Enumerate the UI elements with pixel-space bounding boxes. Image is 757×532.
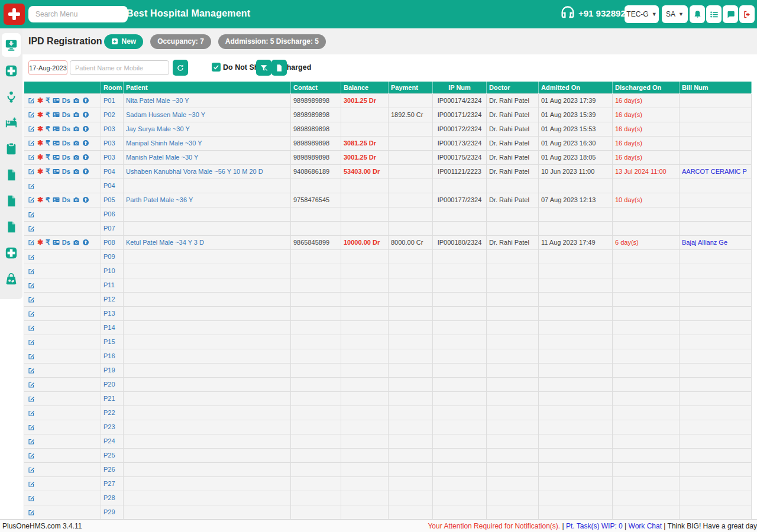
room-cell[interactable]: P04 bbox=[101, 179, 124, 193]
sidebar-item-document-1[interactable] bbox=[2, 163, 21, 187]
edit-icon[interactable] bbox=[28, 381, 35, 388]
discharge-summary-icon[interactable]: Ds bbox=[62, 154, 70, 161]
room-cell[interactable]: P07 bbox=[101, 221, 124, 235]
patient-cell[interactable] bbox=[124, 505, 291, 519]
patient-cell[interactable] bbox=[124, 434, 291, 448]
patient-cell[interactable] bbox=[124, 249, 291, 264]
edit-icon[interactable] bbox=[28, 111, 35, 118]
room-cell[interactable]: P23 bbox=[101, 420, 124, 434]
upload-icon[interactable] bbox=[82, 154, 89, 161]
upload-icon[interactable] bbox=[82, 125, 89, 132]
edit-icon[interactable] bbox=[28, 339, 35, 346]
sidebar-item-hospital-plus[interactable] bbox=[2, 241, 21, 265]
billing-icon[interactable]: ₹ bbox=[46, 96, 50, 105]
room-cell[interactable]: P27 bbox=[101, 476, 124, 491]
sidebar-item-registration-desk[interactable] bbox=[2, 33, 21, 57]
room-cell[interactable]: P28 bbox=[101, 491, 124, 505]
discharge-summary-icon[interactable]: Ds bbox=[62, 125, 70, 132]
room-cell[interactable]: P05 bbox=[101, 193, 124, 207]
upload-icon[interactable] bbox=[82, 97, 89, 104]
logout-button[interactable] bbox=[739, 5, 755, 23]
sidebar-item-document-2[interactable] bbox=[2, 189, 21, 213]
sidebar-item-pharmacy[interactable] bbox=[2, 267, 21, 291]
id-card-icon[interactable] bbox=[53, 97, 60, 104]
id-card-icon[interactable] bbox=[53, 111, 60, 118]
room-cell[interactable]: P03 bbox=[101, 150, 124, 164]
room-cell[interactable]: P06 bbox=[101, 207, 124, 221]
app-logo[interactable] bbox=[4, 4, 25, 25]
patient-cell[interactable] bbox=[124, 420, 291, 434]
edit-icon[interactable] bbox=[28, 183, 35, 190]
room-cell[interactable]: P10 bbox=[101, 264, 124, 278]
patient-cell[interactable]: Ushaben Kanubhai Vora Male ~56 Y 10 M 20… bbox=[124, 164, 291, 179]
notifications-alert-link[interactable]: Your Attention Required for Notification… bbox=[428, 522, 560, 530]
new-registration-button[interactable]: New bbox=[104, 34, 143, 49]
id-card-icon[interactable] bbox=[53, 140, 60, 147]
id-card-icon[interactable] bbox=[53, 239, 60, 246]
edit-icon[interactable] bbox=[28, 225, 35, 232]
discharge-summary-icon[interactable]: Ds bbox=[62, 168, 70, 175]
room-cell[interactable]: P19 bbox=[101, 363, 124, 377]
edit-icon[interactable] bbox=[28, 495, 35, 502]
search-menu-input[interactable] bbox=[28, 6, 128, 22]
chat-button[interactable] bbox=[723, 5, 738, 23]
sidebar-item-ipd-bed[interactable] bbox=[2, 111, 21, 135]
billing-icon[interactable]: ₹ bbox=[46, 125, 50, 133]
edit-icon[interactable] bbox=[28, 282, 35, 289]
patient-search-input[interactable] bbox=[70, 60, 169, 75]
discharge-summary-icon[interactable]: Ds bbox=[62, 196, 70, 203]
patient-cell[interactable]: Parth Patel Male ~36 Y bbox=[124, 193, 291, 207]
edit-icon[interactable] bbox=[28, 239, 35, 246]
work-chat-link[interactable]: Work Chat bbox=[629, 522, 662, 530]
edit-icon[interactable] bbox=[28, 125, 35, 132]
discharged-checkbox[interactable] bbox=[212, 63, 221, 72]
room-cell[interactable]: P08 bbox=[101, 235, 124, 249]
billing-icon[interactable]: ₹ bbox=[46, 196, 50, 204]
room-cell[interactable]: P20 bbox=[101, 377, 124, 391]
id-card-icon[interactable] bbox=[53, 196, 60, 203]
billing-icon[interactable]: ₹ bbox=[46, 238, 50, 246]
patient-cell[interactable] bbox=[124, 264, 291, 278]
edit-icon[interactable] bbox=[28, 395, 35, 403]
upload-icon[interactable] bbox=[82, 196, 89, 203]
room-cell[interactable]: P16 bbox=[101, 349, 124, 363]
sidebar-item-hospital-services[interactable] bbox=[2, 59, 21, 83]
edit-icon[interactable] bbox=[28, 310, 35, 317]
edit-icon[interactable] bbox=[28, 481, 35, 488]
patient-cell[interactable] bbox=[124, 320, 291, 335]
edit-icon[interactable] bbox=[28, 97, 35, 104]
patient-cell[interactable] bbox=[124, 335, 291, 349]
patient-cell[interactable] bbox=[124, 292, 291, 306]
edit-icon[interactable] bbox=[28, 410, 35, 417]
discharge-summary-icon[interactable]: Ds bbox=[62, 140, 70, 147]
room-cell[interactable]: P01 bbox=[101, 93, 124, 108]
user-select[interactable]: SA ▼ bbox=[662, 5, 688, 23]
camera-icon[interactable] bbox=[73, 111, 80, 118]
upload-icon[interactable] bbox=[82, 239, 89, 246]
patient-cell[interactable] bbox=[124, 391, 291, 406]
edit-icon[interactable] bbox=[28, 211, 35, 218]
upload-icon[interactable] bbox=[82, 168, 89, 175]
sidebar-item-document-3[interactable] bbox=[2, 215, 21, 239]
patient-cell[interactable] bbox=[124, 349, 291, 363]
sidebar-item-doctor[interactable] bbox=[2, 85, 21, 109]
edit-icon[interactable] bbox=[28, 296, 35, 303]
room-cell[interactable]: P29 bbox=[101, 505, 124, 519]
room-cell[interactable]: P22 bbox=[101, 406, 124, 420]
edit-icon[interactable] bbox=[28, 353, 35, 360]
vitals-icon[interactable]: ✱ bbox=[37, 96, 43, 105]
patient-cell[interactable] bbox=[124, 207, 291, 221]
room-cell[interactable]: P11 bbox=[101, 278, 124, 292]
patient-cell[interactable] bbox=[124, 278, 291, 292]
upload-icon[interactable] bbox=[82, 111, 89, 118]
patient-cell[interactable]: Manish Patel Male ~30 Y bbox=[124, 150, 291, 164]
room-cell[interactable]: P03 bbox=[101, 122, 124, 136]
edit-icon[interactable] bbox=[28, 466, 35, 473]
report-button[interactable] bbox=[271, 60, 287, 76]
date-input[interactable] bbox=[28, 60, 67, 75]
edit-icon[interactable] bbox=[28, 254, 35, 261]
pt-tasks-link[interactable]: Pt. Task(s) WIP: 0 bbox=[566, 522, 623, 530]
camera-icon[interactable] bbox=[73, 168, 80, 175]
id-card-icon[interactable] bbox=[53, 168, 60, 175]
sidebar-item-clipboard[interactable] bbox=[2, 137, 21, 161]
